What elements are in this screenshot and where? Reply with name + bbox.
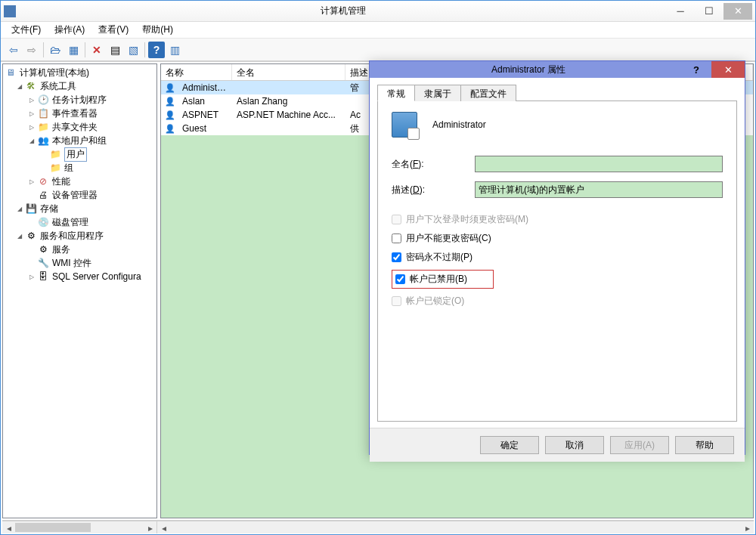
list-hscroll[interactable]: ◂ ▸ [157, 521, 754, 533]
titlebar: 计算机管理 ─ ☐ ✕ [1, 1, 755, 22]
device-icon: 🖨 [37, 189, 49, 201]
expander-icon[interactable]: ◢ [15, 205, 23, 213]
user-icon: 👤 [164, 95, 176, 107]
export-button[interactable]: ▧ [125, 42, 141, 58]
dialog-close-button[interactable]: ✕ [711, 61, 745, 78]
tree-panel[interactable]: 🖥 计算机管理(本地) ◢ 🛠 系统工具 ▷ 🕑 任务计划程序 ▷ 📋 事件查看… [2, 63, 157, 518]
properties-dialog: Administrator 属性 ? ✕ 常规 隶属于 配置文件 Adminis… [369, 60, 745, 455]
menu-help[interactable]: 帮助(H) [136, 22, 179, 38]
apply-button[interactable]: 应用(A) [610, 436, 669, 454]
wmi-icon: 🔧 [37, 257, 49, 269]
folder-icon: 📁 [49, 148, 61, 160]
dialog-help-button[interactable]: ? [681, 61, 711, 78]
expander-icon[interactable]: ◢ [15, 82, 23, 91]
tools-icon: 🛠 [25, 80, 37, 92]
properties-button[interactable]: ▦ [65, 42, 82, 58]
refresh-button[interactable]: ▥ [166, 42, 183, 58]
tab-general[interactable]: 常规 [377, 85, 415, 101]
tree-sql-config[interactable]: ▷ 🗄 SQL Server Configura [3, 270, 156, 283]
tree-hscroll[interactable]: ◂ ▸ [2, 521, 157, 533]
clock-icon: 🕑 [37, 94, 49, 106]
expander-icon[interactable]: ▷ [27, 178, 36, 186]
disk-icon: 💿 [37, 216, 49, 228]
tree-disk-management[interactable]: 💿 磁盘管理 [3, 215, 156, 229]
dialog-title: Administrator 属性 [376, 63, 681, 76]
user-icon: 👤 [164, 109, 176, 121]
forward-button[interactable]: ⇨ [23, 42, 40, 58]
folder-icon: 📁 [37, 121, 49, 133]
tree-users[interactable]: 📁 用户 [3, 147, 156, 161]
storage-icon: 💾 [25, 203, 37, 215]
col-name[interactable]: 名称 [161, 64, 232, 80]
tree-root[interactable]: 🖥 计算机管理(本地) [3, 66, 156, 79]
dialog-body: 常规 隶属于 配置文件 Administrator 全名(F): 描述(D): … [370, 78, 745, 428]
help-button[interactable]: 帮助 [675, 436, 734, 454]
tree-wmi-control[interactable]: 🔧 WMI 控件 [3, 256, 156, 270]
fullname-label: 全名(F): [392, 158, 475, 171]
scroll-right-icon[interactable]: ▸ [741, 521, 754, 534]
menu-file[interactable]: 文件(F) [5, 22, 47, 38]
checkbox-cannot-change[interactable] [392, 233, 401, 243]
col-fullname[interactable]: 全名 [232, 64, 345, 80]
expander-icon[interactable]: ▷ [27, 96, 36, 104]
scroll-left-icon[interactable]: ◂ [157, 521, 170, 534]
checkbox-never-expires[interactable] [392, 252, 401, 262]
checkbox-account-disabled[interactable] [395, 274, 405, 284]
tree-services[interactable]: ⚙ 服务 [3, 243, 156, 256]
check-cannot-change[interactable]: 用户不能更改密码(C) [392, 232, 723, 245]
tree-system-tools[interactable]: ◢ 🛠 系统工具 [3, 79, 156, 93]
tab-memberof[interactable]: 隶属于 [414, 85, 461, 101]
maximize-button[interactable]: ☐ [695, 3, 723, 20]
ok-button[interactable]: 确定 [480, 436, 539, 454]
tree-device-manager[interactable]: 🖨 设备管理器 [3, 188, 156, 202]
services-icon: ⚙ [25, 230, 37, 242]
scroll-right-icon[interactable]: ▸ [144, 521, 156, 534]
close-button[interactable]: ✕ [723, 3, 752, 20]
tree-performance[interactable]: ▷ ⊘ 性能 [3, 175, 156, 188]
folder-icon: 📁 [49, 162, 61, 174]
minimize-button[interactable]: ─ [666, 3, 695, 20]
check-locked: 帐户已锁定(O) [392, 295, 723, 308]
expander-icon[interactable]: ◢ [27, 137, 36, 145]
check-account-disabled[interactable]: 帐户已禁用(B) [392, 270, 723, 289]
dialog-button-bar: 确定 取消 应用(A) 帮助 [370, 428, 745, 462]
users-icon: 👥 [37, 135, 49, 147]
up-button[interactable]: 🗁 [47, 42, 64, 58]
user-icon: 👤 [164, 122, 176, 135]
description-label: 描述(D): [392, 184, 475, 196]
expander-icon[interactable]: ▷ [27, 273, 36, 281]
perf-icon: ⊘ [37, 175, 49, 187]
cancel-button[interactable]: 取消 [545, 436, 604, 454]
sql-icon: 🗄 [37, 271, 49, 283]
help-button[interactable]: ? [148, 42, 165, 58]
tree-groups[interactable]: 📁 组 [3, 161, 156, 175]
menu-view[interactable]: 查看(V) [92, 22, 135, 38]
scroll-thumb[interactable] [15, 523, 91, 532]
toolbar-separator [85, 42, 85, 57]
checkbox-must-change [392, 215, 401, 224]
fullname-input[interactable] [475, 156, 723, 172]
scroll-left-icon[interactable]: ◂ [2, 521, 15, 534]
tab-profile[interactable]: 配置文件 [460, 85, 516, 101]
description-input[interactable] [475, 181, 723, 198]
window-title: 计算机管理 [20, 5, 666, 17]
tree-shared-folders[interactable]: ▷ 📁 共享文件夹 [3, 120, 156, 134]
expander-icon[interactable]: ◢ [15, 232, 23, 240]
expander-icon[interactable]: ▷ [27, 123, 36, 131]
tree-event-viewer[interactable]: ▷ 📋 事件查看器 [3, 107, 156, 120]
tree-services-apps[interactable]: ◢ ⚙ 服务和应用程序 [3, 229, 156, 243]
delete-button[interactable]: ✕ [88, 42, 105, 58]
back-button[interactable]: ⇦ [5, 42, 22, 58]
event-icon: 📋 [37, 107, 49, 119]
check-must-change: 用户下次登录时须更改密码(M) [392, 213, 723, 226]
expander-icon[interactable]: ▷ [27, 110, 36, 118]
tree-storage[interactable]: ◢ 💾 存储 [3, 202, 156, 215]
menu-action[interactable]: 操作(A) [48, 22, 91, 38]
username-display: Administrator [432, 119, 486, 130]
copy-button[interactable]: ▤ [107, 42, 123, 58]
tree-local-users-groups[interactable]: ◢ 👥 本地用户和组 [3, 134, 156, 147]
check-never-expires[interactable]: 密码永不过期(P) [392, 251, 723, 264]
tree-task-scheduler[interactable]: ▷ 🕑 任务计划程序 [3, 93, 156, 107]
dialog-titlebar[interactable]: Administrator 属性 ? ✕ [370, 61, 745, 78]
computer-icon: 🖥 [5, 66, 17, 79]
